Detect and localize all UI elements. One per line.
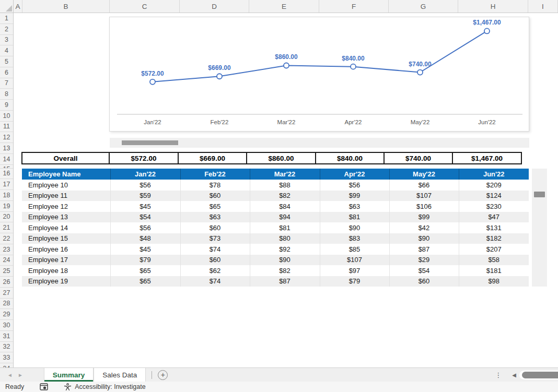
column-header-C[interactable]: C (110, 0, 180, 13)
sales-value-cell[interactable]: $98 (459, 276, 529, 287)
employee-name-cell[interactable]: Employee 18 (22, 265, 110, 276)
sales-value-cell[interactable]: $48 (110, 233, 180, 244)
overall-value-cell[interactable]: $1,467.00 (452, 152, 522, 164)
row-header-7[interactable]: 7 (0, 78, 13, 89)
sales-value-cell[interactable]: $56 (110, 180, 180, 191)
sales-value-cell[interactable]: $74 (180, 244, 250, 255)
column-header-G[interactable]: G (389, 0, 458, 13)
sales-value-cell[interactable]: $182 (459, 233, 529, 244)
row-header-19[interactable]: 19 (0, 201, 13, 212)
column-header-D[interactable]: D (180, 0, 249, 13)
sales-value-cell[interactable]: $81 (320, 212, 389, 223)
row-header-21[interactable]: 21 (0, 222, 13, 233)
data-point-marker[interactable] (217, 74, 222, 79)
table-scrollbar-track[interactable] (532, 169, 547, 287)
data-point-marker[interactable] (150, 79, 155, 85)
employee-name-cell[interactable]: Employee 16 (22, 244, 110, 255)
column-header-I[interactable]: I (528, 0, 558, 13)
table-scrollbar-thumb[interactable] (534, 192, 545, 197)
sales-value-cell[interactable]: $84 (250, 201, 320, 212)
row-header-18[interactable]: 18 (0, 190, 13, 201)
macro-record-icon[interactable] (40, 383, 48, 390)
row-header-25[interactable]: 25 (0, 266, 13, 277)
sales-value-cell[interactable]: $90 (320, 222, 389, 233)
sales-value-cell[interactable]: $131 (459, 222, 529, 233)
sales-value-cell[interactable]: $63 (180, 212, 250, 223)
data-point-marker[interactable] (284, 63, 289, 68)
row-header-20[interactable]: 20 (0, 212, 13, 223)
sales-value-cell[interactable]: $63 (320, 201, 389, 212)
table-header-cell[interactable]: Mar'22 (250, 169, 320, 180)
overall-label-cell[interactable]: Overall (21, 152, 110, 164)
row-header-5[interactable]: 5 (0, 56, 13, 67)
sales-value-cell[interactable]: $106 (389, 201, 459, 212)
sheet-tab-sales-data[interactable]: Sales Data (94, 368, 146, 382)
select-all-corner[interactable] (0, 0, 14, 13)
sales-value-cell[interactable]: $99 (389, 212, 459, 223)
table-header-cell[interactable]: Jan'22 (110, 169, 180, 180)
sales-value-cell[interactable]: $87 (250, 276, 320, 287)
data-point-marker[interactable] (351, 64, 356, 69)
row-header-10[interactable]: 10 (0, 111, 13, 122)
employee-name-cell[interactable]: Employee 15 (22, 233, 110, 244)
row-header-22[interactable]: 22 (0, 233, 13, 244)
overall-value-cell[interactable]: $860.00 (246, 152, 316, 164)
sales-value-cell[interactable]: $82 (250, 265, 320, 276)
sales-value-cell[interactable]: $60 (389, 276, 459, 287)
row-header-27[interactable]: 27 (0, 288, 13, 299)
row-header-34[interactable]: 34 (0, 363, 13, 367)
chart-scrollbar-thumb[interactable] (122, 140, 178, 145)
row-header-6[interactable]: 6 (0, 67, 13, 78)
row-header-13[interactable]: 13 (0, 143, 13, 154)
column-header-A[interactable]: A (14, 0, 22, 13)
tab-nav-prev-icon[interactable]: ◄ (7, 372, 13, 378)
chart-scrollbar-track[interactable] (110, 138, 529, 148)
row-header-32[interactable]: 32 (0, 342, 13, 353)
sales-value-cell[interactable]: $45 (110, 244, 180, 255)
table-header-cell[interactable]: Feb'22 (180, 169, 250, 180)
sheet-canvas[interactable]: $572.00Jan'22$669.00Feb'22$860.00Mar'22$… (14, 13, 558, 367)
horizontal-scroll-left-icon[interactable]: ◀ (512, 372, 516, 378)
sales-value-cell[interactable]: $207 (459, 244, 529, 255)
row-header-28[interactable]: 28 (0, 299, 13, 310)
table-header-cell[interactable]: Employee Name (22, 169, 110, 180)
row-header-24[interactable]: 24 (0, 255, 13, 266)
sales-value-cell[interactable]: $124 (459, 191, 529, 201)
overall-value-cell[interactable]: $740.00 (383, 152, 453, 164)
sales-value-cell[interactable]: $65 (110, 265, 180, 276)
row-header-14[interactable]: 14 (0, 154, 13, 165)
data-point-marker[interactable] (484, 28, 490, 33)
sales-value-cell[interactable]: $54 (110, 212, 180, 223)
sales-value-cell[interactable]: $60 (180, 191, 250, 201)
sales-value-cell[interactable]: $29 (389, 255, 459, 266)
overall-sales-chart[interactable]: $572.00Jan'22$669.00Feb'22$860.00Mar'22$… (109, 17, 529, 132)
row-header-17[interactable]: 17 (0, 179, 13, 190)
sales-value-cell[interactable]: $79 (320, 276, 389, 287)
row-header-8[interactable]: 8 (0, 89, 13, 100)
sales-value-cell[interactable]: $99 (320, 191, 389, 201)
sales-value-cell[interactable]: $47 (459, 212, 529, 223)
sales-value-cell[interactable]: $92 (250, 244, 320, 255)
sales-value-cell[interactable]: $88 (250, 180, 320, 191)
column-header-H[interactable]: H (458, 0, 528, 13)
employee-name-cell[interactable]: Employee 11 (22, 191, 110, 201)
sales-value-cell[interactable]: $74 (180, 276, 250, 287)
sales-value-cell[interactable]: $59 (110, 191, 180, 201)
table-header-cell[interactable]: Jun'22 (459, 169, 529, 180)
overall-value-cell[interactable]: $669.00 (178, 152, 247, 164)
sales-value-cell[interactable]: $65 (180, 201, 250, 212)
column-header-E[interactable]: E (249, 0, 319, 13)
sales-value-cell[interactable]: $80 (250, 233, 320, 244)
sales-value-cell[interactable]: $58 (459, 255, 529, 266)
row-header-23[interactable]: 23 (0, 244, 13, 255)
row-header-33[interactable]: 33 (0, 352, 13, 363)
row-header-3[interactable]: 3 (0, 35, 13, 46)
line-series[interactable] (153, 31, 487, 81)
row-header-9[interactable]: 9 (0, 100, 13, 111)
sales-value-cell[interactable]: $82 (250, 191, 320, 201)
sheet-tab-summary[interactable]: Summary (44, 368, 94, 382)
employee-name-cell[interactable]: Employee 13 (22, 212, 110, 223)
sales-value-cell[interactable]: $60 (180, 255, 250, 266)
employee-name-cell[interactable]: Employee 12 (22, 201, 110, 212)
sales-value-cell[interactable]: $45 (110, 201, 180, 212)
